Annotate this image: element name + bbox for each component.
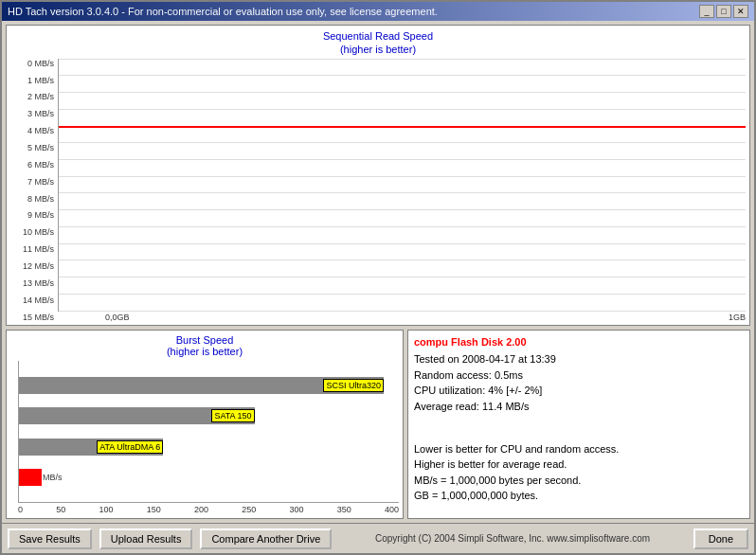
grid-line (59, 277, 746, 278)
compare-drive-button[interactable]: Compare Another Drive (200, 528, 332, 549)
y-axis-label: 5 MB/s (10, 143, 54, 152)
y-axis-label: 6 MB/s (10, 160, 54, 170)
burst-bar: SATA 150 (19, 407, 255, 424)
minimize-button[interactable]: _ (699, 5, 714, 18)
y-axis-label: 12 MB/s (10, 261, 54, 271)
info-line3: CPU utilization: 4% [+/- 2%] (414, 383, 744, 399)
burst-bar-label: ATA UltraDMA 6 (97, 440, 163, 454)
info-note2: Higher is better for average read. (414, 457, 744, 473)
grid-line (59, 176, 746, 177)
sequential-read-chart: Sequential Read Speed (higher is better)… (6, 25, 750, 326)
done-button[interactable]: Done (693, 528, 748, 549)
footer: Save Results Upload Results Compare Anot… (2, 523, 754, 553)
info-line2: Random access: 0.5ms (414, 367, 744, 384)
burst-x-label: 100 (99, 505, 113, 514)
info-separator (414, 420, 744, 436)
burst-chart-area: SCSI Ultra320SATA 150ATA UltraDMA 611.6 … (18, 361, 399, 503)
grid-line (59, 294, 746, 295)
y-axis-label: 7 MB/s (10, 177, 54, 187)
info-note1: Lower is better for CPU and random acces… (414, 441, 744, 457)
y-axis-label: 0 MB/s (10, 59, 54, 68)
y-axis-label: 8 MB/s (10, 194, 54, 204)
grid-line (59, 260, 746, 260)
y-axis: 15 MB/s14 MB/s13 MB/s12 MB/s11 MB/s10 MB… (10, 59, 58, 322)
y-axis-label: 4 MB/s (10, 126, 54, 135)
y-axis-label: 13 MB/s (10, 278, 54, 288)
burst-bar-row: 11.6 MB/s (19, 467, 399, 488)
burst-x-label: 300 (289, 505, 303, 514)
burst-x-label: 350 (337, 505, 351, 514)
window-title: HD Tach version 3.0.4.0 - For non-commer… (8, 6, 438, 17)
average-read-line (59, 126, 746, 128)
burst-bar-container: SCSI Ultra320SATA 150ATA UltraDMA 611.6 … (19, 361, 399, 502)
burst-title-line1: Burst Speed (10, 334, 399, 346)
y-axis-label: 9 MB/s (10, 210, 54, 220)
burst-x-label: 400 (385, 505, 399, 514)
chart-body (58, 59, 746, 312)
burst-speed-title: Burst Speed (higher is better) (10, 334, 399, 357)
burst-bar (19, 469, 42, 486)
burst-x-label: 0 (18, 505, 23, 514)
x-axis-burst: 050100150200250300350400 (18, 505, 399, 514)
grid-line (59, 59, 746, 60)
x-label-end: 1GB (729, 313, 746, 322)
grid-line (59, 192, 746, 193)
burst-bar-row: SATA 150 (19, 405, 399, 426)
burst-bar-row: ATA UltraDMA 6 (19, 437, 399, 457)
info-panel: compu Flash Disk 2.00 Tested on 2008-04-… (407, 330, 750, 519)
y-axis-label: 14 MB/s (10, 295, 54, 305)
y-axis-label: 3 MB/s (10, 109, 54, 118)
info-text: Tested on 2008-04-17 at 13:39 Random acc… (414, 351, 744, 504)
chart-title-line2: (higher is better) (10, 43, 746, 56)
burst-bar-row: SCSI Ultra320 (19, 375, 399, 396)
info-note4: GB = 1,000,000,000 bytes. (414, 488, 744, 504)
info-note3: MB/s = 1,000,000 bytes per second. (414, 473, 744, 489)
info-title: compu Flash Disk 2.00 (414, 336, 744, 348)
grid-line (59, 109, 746, 110)
burst-speed-chart: Burst Speed (higher is better) SCSI Ultr… (6, 330, 404, 519)
main-window: HD Tach version 3.0.4.0 - For non-commer… (0, 0, 756, 555)
y-axis-label: 11 MB/s (10, 244, 54, 254)
grid-line (59, 159, 746, 160)
save-results-button[interactable]: Save Results (8, 528, 92, 549)
x-label-start: 0,0GB (105, 313, 130, 322)
burst-bar-label: SATA 150 (211, 409, 254, 422)
grid-line (59, 311, 746, 312)
burst-x-label: 250 (242, 505, 256, 514)
burst-x-label: 200 (194, 505, 208, 514)
upload-results-button[interactable]: Upload Results (99, 528, 193, 549)
grid-line (59, 92, 746, 93)
grid-line (59, 209, 746, 210)
title-bar: HD Tach version 3.0.4.0 - For non-commer… (2, 2, 754, 21)
title-bar-buttons: _ □ ✕ (699, 5, 748, 18)
maximize-button[interactable]: □ (716, 5, 731, 18)
y-axis-label: 15 MB/s (10, 313, 54, 322)
sequential-read-title: Sequential Read Speed (higher is better) (10, 29, 746, 57)
chart-inner: 15 MB/s14 MB/s13 MB/s12 MB/s11 MB/s10 MB… (10, 59, 746, 322)
burst-x-label: 50 (56, 505, 65, 514)
burst-bar: ATA UltraDMA 6 (19, 439, 163, 456)
burst-bar: SCSI Ultra320 (19, 377, 384, 394)
info-line4: Average read: 11.4 MB/s (414, 399, 744, 415)
y-axis-label: 2 MB/s (10, 92, 54, 101)
bottom-section: Burst Speed (higher is better) SCSI Ultr… (6, 330, 750, 519)
y-axis-label: 10 MB/s (10, 227, 54, 237)
y-axis-label: 1 MB/s (10, 76, 54, 85)
close-button[interactable]: ✕ (733, 5, 748, 18)
burst-bar-label: SCSI Ultra320 (323, 379, 384, 392)
grid-line (59, 142, 746, 143)
burst-title-line2: (higher is better) (10, 346, 399, 357)
footer-copyright: Copyright (C) 2004 Simpli Software, Inc.… (339, 533, 685, 544)
burst-x-label: 150 (147, 505, 161, 514)
chart-title-line1: Sequential Read Speed (10, 29, 746, 43)
grid-line (59, 226, 746, 227)
content-area: Sequential Read Speed (higher is better)… (2, 21, 754, 523)
grid-line (59, 75, 746, 76)
x-axis: 0,0GB 1GB (58, 313, 746, 322)
grid-line (59, 243, 746, 244)
info-line1: Tested on 2008-04-17 at 13:39 (414, 351, 744, 367)
